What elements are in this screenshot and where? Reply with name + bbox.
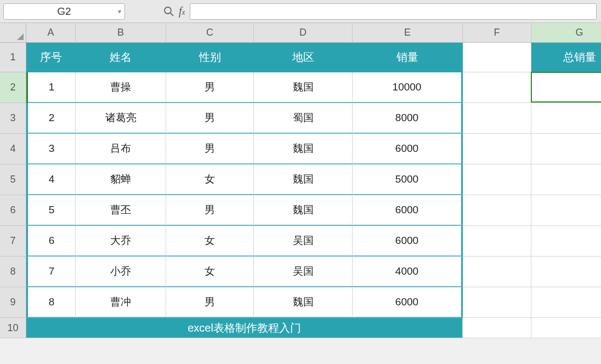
data-cell[interactable]: 7 [26,257,76,287]
column-header-B[interactable]: B [76,23,166,43]
data-cell[interactable]: 男 [166,103,254,134]
row-header-1[interactable]: 1 [0,43,26,72]
data-cell[interactable]: 8000 [353,103,463,134]
data-cell[interactable]: 吴国 [254,226,353,257]
cell[interactable] [463,226,531,257]
cell[interactable] [463,72,531,103]
cell[interactable] [531,287,601,318]
table-header[interactable]: 序号 [26,43,76,72]
svg-point-0 [165,7,171,14]
data-cell[interactable]: 魏国 [254,134,353,164]
cell[interactable] [531,257,601,287]
search-icon[interactable] [163,6,174,17]
data-cell[interactable]: 3 [26,134,76,164]
data-cell[interactable]: 5 [26,195,76,226]
data-cell[interactable]: 大乔 [76,226,166,257]
side-header[interactable]: 总销量 [531,43,601,72]
data-cell[interactable]: 魏国 [254,287,353,318]
cells-area[interactable]: 序号姓名性别地区销量总销量1曹操男魏国100002诸葛亮男蜀国80003吕布男魏… [26,43,601,338]
data-cell[interactable]: 男 [166,72,254,103]
cell[interactable] [463,257,531,287]
row-header-9[interactable]: 9 [0,287,26,318]
data-cell[interactable]: 女 [166,164,254,195]
column-header-G[interactable]: G [531,23,601,43]
select-all-corner[interactable] [0,23,26,43]
row-header-6[interactable]: 6 [0,195,26,226]
cell[interactable] [531,134,601,164]
column-header-D[interactable]: D [254,23,353,43]
data-cell[interactable]: 吴国 [254,257,353,287]
table-header[interactable]: 销量 [353,43,463,72]
row-header-4[interactable]: 4 [0,134,26,164]
row-header-10[interactable]: 10 [0,318,26,338]
data-cell[interactable]: 男 [166,134,254,164]
cell[interactable] [463,164,531,195]
name-box-dropdown-icon[interactable]: ▾ [118,8,121,15]
cell[interactable] [531,164,601,195]
row-header-5[interactable]: 5 [0,164,26,195]
row-header-7[interactable]: 7 [0,226,26,257]
data-cell[interactable]: 男 [166,287,254,318]
name-box-value: G2 [57,5,71,18]
column-headers: ABCDEFG [26,23,601,43]
row-header-3[interactable]: 3 [0,103,26,134]
data-cell[interactable]: 曹冲 [76,287,166,318]
cell[interactable] [463,287,531,318]
cell[interactable] [531,195,601,226]
cell-F1[interactable] [463,43,531,72]
data-cell[interactable]: 蜀国 [254,103,353,134]
data-cell[interactable]: 貂蝉 [76,164,166,195]
formula-input[interactable] [190,3,597,20]
data-cell[interactable]: 2 [26,103,76,134]
cell[interactable] [463,195,531,226]
footer-cell[interactable]: excel表格制作教程入门 [26,318,463,338]
cell[interactable] [531,318,601,338]
data-cell[interactable]: 6000 [353,226,463,257]
cell[interactable] [531,226,601,257]
column-header-F[interactable]: F [463,23,531,43]
fx-group: fx [163,5,185,18]
data-cell[interactable]: 小乔 [76,257,166,287]
data-cell[interactable]: 10000 [353,72,463,103]
formula-bar: G2 ▾ fx [0,0,601,23]
cell[interactable] [463,103,531,134]
data-cell[interactable]: 6000 [353,134,463,164]
cell[interactable] [531,103,601,134]
table-header[interactable]: 性别 [166,43,254,72]
cell[interactable] [531,72,601,103]
table-header[interactable]: 地区 [254,43,353,72]
data-cell[interactable]: 5000 [353,164,463,195]
data-cell[interactable]: 魏国 [254,195,353,226]
data-cell[interactable]: 吕布 [76,134,166,164]
data-cell[interactable]: 4 [26,164,76,195]
table-header[interactable]: 姓名 [76,43,166,72]
fx-icon[interactable]: fx [179,5,185,18]
data-cell[interactable]: 6000 [353,195,463,226]
column-header-E[interactable]: E [353,23,463,43]
data-cell[interactable]: 6000 [353,287,463,318]
cell[interactable] [463,318,531,338]
data-cell[interactable]: 曹丕 [76,195,166,226]
data-cell[interactable]: 魏国 [254,72,353,103]
data-cell[interactable]: 1 [26,72,76,103]
active-row-marker [26,72,28,103]
row-headers: 12345678910 [0,43,26,338]
grid: 12345678910 ABCDEFG 序号姓名性别地区销量总销量1曹操男魏国1… [0,23,601,338]
cell[interactable] [463,134,531,164]
row-header-8[interactable]: 8 [0,257,26,287]
row-header-2[interactable]: 2 [0,72,26,103]
data-cell[interactable]: 魏国 [254,164,353,195]
svg-line-1 [171,13,173,16]
name-box[interactable]: G2 ▾ [3,3,125,20]
data-cell[interactable]: 8 [26,287,76,318]
data-cell[interactable]: 6 [26,226,76,257]
data-cell[interactable]: 女 [166,257,254,287]
data-cell[interactable]: 男 [166,195,254,226]
data-cell[interactable]: 曹操 [76,72,166,103]
data-cell[interactable]: 女 [166,226,254,257]
data-cell[interactable]: 4000 [353,257,463,287]
column-header-A[interactable]: A [26,23,76,43]
column-header-C[interactable]: C [166,23,254,43]
data-cell[interactable]: 诸葛亮 [76,103,166,134]
